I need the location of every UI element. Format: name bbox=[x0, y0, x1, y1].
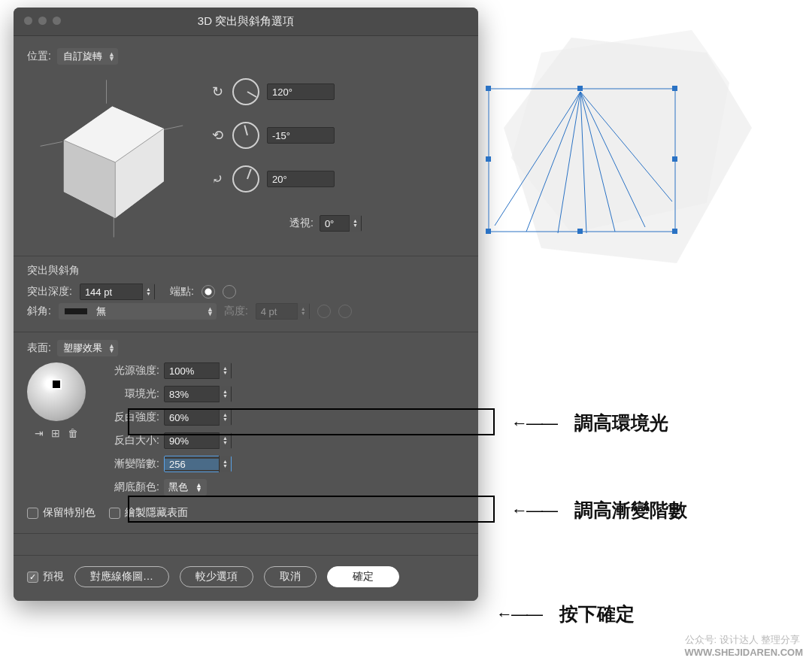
bevel-label: 斜角: bbox=[27, 305, 51, 318]
cap-on-icon[interactable] bbox=[201, 285, 215, 299]
svg-rect-16 bbox=[672, 86, 677, 91]
checkbox-icon bbox=[27, 572, 38, 583]
highlight-size-field[interactable]: 90%▲▼ bbox=[164, 432, 232, 449]
perspective-stepper[interactable]: ▲▼ bbox=[349, 215, 361, 232]
svg-line-1 bbox=[41, 141, 62, 146]
checkbox-icon bbox=[27, 508, 38, 519]
svg-rect-21 bbox=[672, 229, 677, 234]
svg-rect-19 bbox=[486, 229, 491, 234]
svg-rect-15 bbox=[577, 86, 583, 91]
bevel-height-field: 4 pt ▲▼ bbox=[256, 303, 310, 320]
position-select[interactable]: 自訂旋轉 ▲▼ bbox=[57, 48, 118, 65]
ambient-label: 環境光: bbox=[101, 387, 159, 401]
svg-rect-18 bbox=[672, 156, 677, 162]
canvas-selection bbox=[481, 23, 774, 323]
bevel-in-icon bbox=[317, 305, 331, 318]
chevron-down-icon: ▲▼ bbox=[207, 307, 214, 316]
rotation-x-field[interactable]: 120° bbox=[267, 83, 335, 100]
blend-steps-label: 漸變階數: bbox=[101, 457, 159, 471]
fewer-options-button[interactable]: 較少選項 bbox=[180, 566, 253, 587]
delete-light-icon[interactable]: 🗑 bbox=[68, 427, 78, 439]
depth-label: 突出深度: bbox=[27, 285, 72, 299]
highlight-size-label: 反白大小: bbox=[101, 434, 159, 447]
light-intensity-label: 光源強度: bbox=[101, 364, 159, 377]
bevel-out-icon bbox=[338, 305, 352, 318]
dialog-3d-extrude: 3D 突出與斜角選項 位置: 自訂旋轉 ▲▼ bbox=[14, 8, 478, 601]
watermark: 公众号: 设计达人 整理分享 WWW.SHEJIDAREN.COM bbox=[685, 633, 803, 658]
annotation-ambient: ←——調高環境光 bbox=[511, 411, 668, 435]
rotate-x-icon: ↻ bbox=[210, 83, 225, 100]
ok-button[interactable]: 確定 bbox=[327, 566, 399, 587]
minimize-icon[interactable] bbox=[38, 17, 47, 25]
shading-color-label: 網底顏色: bbox=[101, 481, 159, 494]
rotate-y-icon: ⟲ bbox=[210, 127, 225, 144]
bevel-swatch bbox=[65, 308, 87, 314]
annotation-blend-steps: ←——調高漸變階數 bbox=[511, 498, 687, 523]
dial-z[interactable] bbox=[232, 165, 259, 193]
depth-stepper[interactable]: ▲▼ bbox=[142, 283, 154, 300]
map-art-button[interactable]: 對應線條圖… bbox=[74, 566, 169, 587]
move-light-back-icon[interactable]: ⇥ bbox=[35, 427, 44, 439]
bevel-height-label: 高度: bbox=[224, 305, 248, 318]
depth-field[interactable]: 144 pt ▲▼ bbox=[80, 283, 155, 300]
light-handle[interactable] bbox=[51, 379, 62, 390]
svg-rect-20 bbox=[577, 229, 583, 234]
window-controls[interactable] bbox=[24, 17, 61, 25]
checkbox-icon bbox=[109, 508, 120, 519]
blend-steps-field[interactable]: 256▲▼ bbox=[164, 456, 232, 472]
rotation-y-field[interactable]: -15° bbox=[267, 127, 335, 144]
bevel-select[interactable]: 無 ▲▼ bbox=[59, 303, 217, 320]
rotation-z-field[interactable]: 20° bbox=[267, 171, 335, 187]
svg-line-3 bbox=[162, 126, 183, 130]
surface-value: 塑膠效果 bbox=[63, 341, 102, 355]
highlight-intensity-field[interactable]: 60%▲▼ bbox=[164, 409, 232, 426]
light-intensity-field[interactable]: 100%▲▼ bbox=[164, 362, 232, 379]
titlebar: 3D 突出與斜角選項 bbox=[14, 8, 478, 36]
surface-label: 表面: bbox=[27, 341, 51, 355]
highlight-intensity-label: 反白強度: bbox=[101, 411, 159, 424]
perspective-label: 透視: bbox=[289, 217, 314, 230]
annotation-ok: ←——按下確定 bbox=[496, 602, 635, 626]
ambient-field[interactable]: 83%▲▼ bbox=[164, 386, 232, 402]
draw-hidden-checkbox[interactable]: 繪製隱藏表面 bbox=[109, 506, 188, 520]
close-icon[interactable] bbox=[24, 17, 32, 25]
extrude-section-title: 突出與斜角 bbox=[27, 264, 465, 277]
dial-x[interactable] bbox=[232, 78, 259, 105]
svg-rect-14 bbox=[486, 86, 491, 91]
zoom-icon[interactable] bbox=[53, 17, 61, 25]
rotation-cube-preview[interactable] bbox=[27, 71, 189, 244]
svg-rect-17 bbox=[486, 156, 491, 162]
add-light-icon[interactable]: ⊞ bbox=[51, 427, 60, 439]
surface-select[interactable]: 塑膠效果 ▲▼ bbox=[57, 340, 118, 356]
position-value: 自訂旋轉 bbox=[63, 50, 102, 63]
chevron-down-icon: ▲▼ bbox=[108, 52, 115, 61]
chevron-down-icon: ▲▼ bbox=[108, 344, 115, 353]
position-label: 位置: bbox=[27, 50, 51, 63]
shading-color-select[interactable]: 黑色 ▲▼ bbox=[164, 479, 207, 496]
bevel-value: 無 bbox=[96, 305, 201, 318]
dialog-title: 3D 突出與斜角選項 bbox=[198, 14, 294, 29]
cancel-button[interactable]: 取消 bbox=[264, 566, 317, 587]
light-preview-sphere[interactable] bbox=[27, 362, 86, 421]
cap-label: 端點: bbox=[170, 285, 194, 299]
rotate-z-icon: ⤾ bbox=[210, 171, 225, 187]
perspective-field[interactable]: 0° ▲▼ bbox=[320, 215, 362, 232]
chevron-down-icon: ▲▼ bbox=[195, 483, 202, 492]
preserve-spot-checkbox[interactable]: 保留特別色 bbox=[27, 506, 95, 520]
dial-y[interactable] bbox=[232, 122, 259, 149]
preview-checkbox[interactable]: 預視 bbox=[27, 570, 64, 584]
cap-off-icon[interactable] bbox=[223, 285, 236, 299]
